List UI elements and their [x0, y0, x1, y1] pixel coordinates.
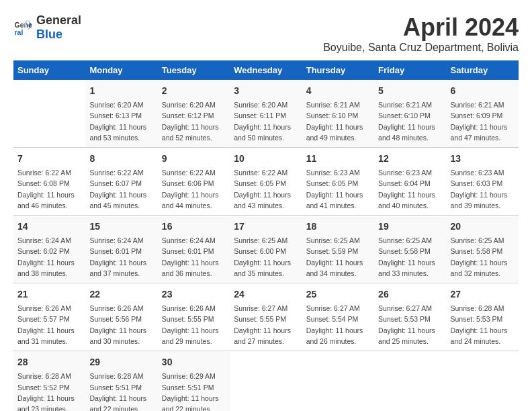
day-number: 28: [17, 355, 81, 369]
day-number: 17: [234, 220, 298, 234]
day-info: Sunrise: 6:20 AM Sunset: 6:12 PM Dayligh…: [162, 99, 226, 143]
day-info: Sunrise: 6:27 AM Sunset: 5:55 PM Dayligh…: [234, 303, 298, 347]
day-info: Sunrise: 6:22 AM Sunset: 6:08 PM Dayligh…: [17, 167, 81, 211]
calendar-cell: [374, 351, 446, 411]
day-info: Sunrise: 6:27 AM Sunset: 5:53 PM Dayligh…: [378, 303, 442, 347]
day-info: Sunrise: 6:24 AM Sunset: 6:02 PM Dayligh…: [17, 235, 81, 279]
day-number: 11: [306, 152, 370, 166]
day-info: Sunrise: 6:24 AM Sunset: 6:01 PM Dayligh…: [162, 235, 226, 279]
day-info: Sunrise: 6:20 AM Sunset: 6:13 PM Dayligh…: [89, 99, 153, 143]
calendar-cell: 14Sunrise: 6:24 AM Sunset: 6:02 PM Dayli…: [13, 216, 85, 283]
day-number: 19: [378, 220, 442, 234]
calendar-cell: 12Sunrise: 6:23 AM Sunset: 6:04 PM Dayli…: [374, 148, 446, 216]
day-info: Sunrise: 6:20 AM Sunset: 6:11 PM Dayligh…: [234, 99, 298, 143]
calendar-cell: 17Sunrise: 6:25 AM Sunset: 6:00 PM Dayli…: [230, 216, 302, 283]
calendar-cell: 5Sunrise: 6:21 AM Sunset: 6:10 PM Daylig…: [374, 80, 446, 148]
calendar-cell: [13, 80, 85, 148]
calendar-cell: 19Sunrise: 6:25 AM Sunset: 5:58 PM Dayli…: [374, 216, 446, 283]
calendar-cell: [447, 351, 519, 411]
day-info: Sunrise: 6:26 AM Sunset: 5:57 PM Dayligh…: [17, 303, 81, 347]
day-number: 5: [378, 84, 442, 98]
logo-text-ral: ral: [66, 13, 81, 27]
day-info: Sunrise: 6:28 AM Sunset: 5:53 PM Dayligh…: [451, 303, 515, 347]
day-number: 25: [306, 287, 370, 302]
weekday-header-thursday: Thursday: [302, 60, 374, 80]
day-info: Sunrise: 6:24 AM Sunset: 6:01 PM Dayligh…: [89, 235, 153, 279]
day-number: 29: [89, 355, 153, 369]
calendar-cell: [302, 351, 374, 411]
day-info: Sunrise: 6:22 AM Sunset: 6:05 PM Dayligh…: [234, 167, 298, 211]
day-info: Sunrise: 6:23 AM Sunset: 6:03 PM Dayligh…: [451, 167, 515, 211]
weekday-header-monday: Monday: [85, 60, 157, 80]
calendar-cell: 22Sunrise: 6:26 AM Sunset: 5:56 PM Dayli…: [85, 283, 157, 351]
location-subtitle: Boyuibe, Santa Cruz Department, Bolivia: [323, 42, 519, 54]
day-info: Sunrise: 6:21 AM Sunset: 6:10 PM Dayligh…: [378, 99, 442, 143]
logo-text-blue: Blue: [36, 28, 62, 41]
day-info: Sunrise: 6:23 AM Sunset: 6:04 PM Dayligh…: [378, 167, 442, 211]
day-info: Sunrise: 6:25 AM Sunset: 6:00 PM Dayligh…: [234, 235, 298, 279]
day-info: Sunrise: 6:21 AM Sunset: 6:10 PM Dayligh…: [306, 99, 370, 143]
title-area: April 2024 Boyuibe, Santa Cruz Departmen…: [323, 13, 519, 54]
day-number: 13: [451, 152, 515, 166]
calendar-cell: 16Sunrise: 6:24 AM Sunset: 6:01 PM Dayli…: [158, 216, 230, 283]
day-number: 24: [234, 287, 298, 302]
week-row-3: 14Sunrise: 6:24 AM Sunset: 6:02 PM Dayli…: [13, 216, 519, 283]
day-number: 23: [162, 287, 226, 302]
weekday-header-wednesday: Wednesday: [230, 60, 302, 80]
calendar-cell: 8Sunrise: 6:22 AM Sunset: 6:07 PM Daylig…: [85, 148, 157, 216]
calendar-cell: 13Sunrise: 6:23 AM Sunset: 6:03 PM Dayli…: [447, 148, 519, 216]
day-info: Sunrise: 6:26 AM Sunset: 5:56 PM Dayligh…: [89, 303, 153, 347]
day-number: 6: [451, 84, 515, 98]
calendar-header: SundayMondayTuesdayWednesdayThursdayFrid…: [13, 60, 519, 80]
day-number: 9: [162, 152, 226, 166]
day-number: 12: [378, 152, 442, 166]
day-info: Sunrise: 6:25 AM Sunset: 5:58 PM Dayligh…: [378, 235, 442, 279]
weekday-header-sunday: Sunday: [13, 60, 85, 80]
calendar-cell: 4Sunrise: 6:21 AM Sunset: 6:10 PM Daylig…: [302, 80, 374, 148]
weekday-header-row: SundayMondayTuesdayWednesdayThursdayFrid…: [13, 60, 519, 80]
day-number: 4: [306, 84, 370, 98]
day-info: Sunrise: 6:27 AM Sunset: 5:54 PM Dayligh…: [306, 303, 370, 347]
day-info: Sunrise: 6:25 AM Sunset: 5:59 PM Dayligh…: [306, 235, 370, 279]
day-info: Sunrise: 6:22 AM Sunset: 6:06 PM Dayligh…: [162, 167, 226, 211]
calendar-cell: 10Sunrise: 6:22 AM Sunset: 6:05 PM Dayli…: [230, 148, 302, 216]
weekday-header-saturday: Saturday: [447, 60, 519, 80]
day-number: 27: [451, 287, 515, 302]
calendar-cell: 28Sunrise: 6:28 AM Sunset: 5:52 PM Dayli…: [13, 351, 85, 411]
day-number: 22: [89, 287, 153, 302]
calendar-cell: 3Sunrise: 6:20 AM Sunset: 6:11 PM Daylig…: [230, 80, 302, 148]
calendar-cell: 30Sunrise: 6:29 AM Sunset: 5:51 PM Dayli…: [158, 351, 230, 411]
day-number: 16: [162, 220, 226, 234]
header: Gene ral General Blue April 2024 Boyuibe…: [13, 13, 519, 54]
calendar-cell: 26Sunrise: 6:27 AM Sunset: 5:53 PM Dayli…: [374, 283, 446, 351]
calendar-cell: 25Sunrise: 6:27 AM Sunset: 5:54 PM Dayli…: [302, 283, 374, 351]
calendar-cell: 24Sunrise: 6:27 AM Sunset: 5:55 PM Dayli…: [230, 283, 302, 351]
weekday-header-tuesday: Tuesday: [158, 60, 230, 80]
week-row-5: 28Sunrise: 6:28 AM Sunset: 5:52 PM Dayli…: [13, 351, 519, 411]
day-number: 15: [89, 220, 153, 234]
day-number: 2: [162, 84, 226, 98]
day-number: 8: [89, 152, 153, 166]
day-info: Sunrise: 6:22 AM Sunset: 6:07 PM Dayligh…: [89, 167, 153, 211]
day-info: Sunrise: 6:29 AM Sunset: 5:51 PM Dayligh…: [162, 371, 226, 411]
logo-text-general: Gene: [36, 13, 66, 27]
day-info: Sunrise: 6:23 AM Sunset: 6:05 PM Dayligh…: [306, 167, 370, 211]
calendar-cell: 27Sunrise: 6:28 AM Sunset: 5:53 PM Dayli…: [447, 283, 519, 351]
calendar-body: 1Sunrise: 6:20 AM Sunset: 6:13 PM Daylig…: [13, 80, 519, 411]
logo-icon: Gene ral: [13, 17, 34, 38]
day-info: Sunrise: 6:21 AM Sunset: 6:09 PM Dayligh…: [451, 99, 515, 143]
week-row-4: 21Sunrise: 6:26 AM Sunset: 5:57 PM Dayli…: [13, 283, 519, 351]
calendar-cell: 6Sunrise: 6:21 AM Sunset: 6:09 PM Daylig…: [447, 80, 519, 148]
calendar-cell: 20Sunrise: 6:25 AM Sunset: 5:58 PM Dayli…: [447, 216, 519, 283]
day-number: 18: [306, 220, 370, 234]
month-title: April 2024: [323, 13, 519, 42]
day-number: 14: [17, 220, 81, 234]
calendar-cell: 23Sunrise: 6:26 AM Sunset: 5:55 PM Dayli…: [158, 283, 230, 351]
calendar-cell: 21Sunrise: 6:26 AM Sunset: 5:57 PM Dayli…: [13, 283, 85, 351]
svg-text:ral: ral: [15, 28, 24, 36]
calendar-cell: 7Sunrise: 6:22 AM Sunset: 6:08 PM Daylig…: [13, 148, 85, 216]
day-info: Sunrise: 6:28 AM Sunset: 5:51 PM Dayligh…: [89, 371, 153, 411]
day-info: Sunrise: 6:26 AM Sunset: 5:55 PM Dayligh…: [162, 303, 226, 347]
calendar-cell: 11Sunrise: 6:23 AM Sunset: 6:05 PM Dayli…: [302, 148, 374, 216]
calendar-cell: 9Sunrise: 6:22 AM Sunset: 6:06 PM Daylig…: [158, 148, 230, 216]
